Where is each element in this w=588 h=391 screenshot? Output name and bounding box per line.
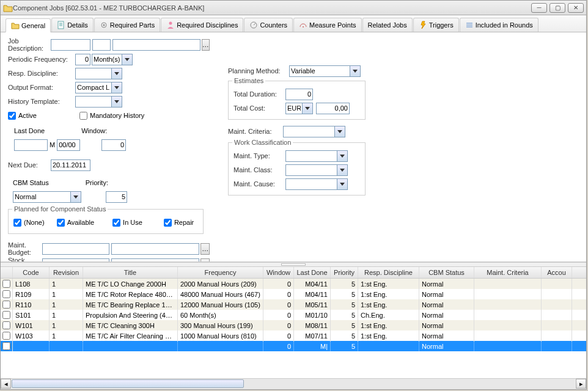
column-header[interactable]: CBM Status [419,267,474,278]
row-checkbox[interactable] [1,279,13,289]
available-checkbox[interactable]: Available [57,219,94,227]
total-cost-input[interactable] [316,103,350,114]
row-checkbox[interactable] [1,341,13,351]
stock-budget-browse-button[interactable]: … [200,258,210,263]
column-header[interactable]: Frequency [178,267,263,278]
maint-budget-code-input[interactable] [42,243,109,255]
dropdown-button[interactable] [303,103,313,114]
history-template-select[interactable] [75,96,112,108]
periodic-freq-unit-select[interactable] [92,54,122,65]
output-format-select[interactable] [75,82,112,93]
row-checkbox[interactable] [1,289,13,299]
table-row[interactable]: L1081ME T/C LO Change 2000H2000 Manual H… [1,279,586,289]
tab-triggers[interactable]: Triggers [413,18,459,32]
dropdown-button[interactable] [122,54,133,65]
stock-budget-desc-input[interactable] [111,258,199,263]
column-header[interactable]: Accou [542,267,572,278]
row-checkbox[interactable] [1,299,13,310]
column-header[interactable]: Priority [331,267,358,278]
tab-counters[interactable]: Counters [244,18,293,32]
dropdown-button[interactable] [350,65,361,77]
tab-required-disciplines[interactable]: Required Disciplines [161,18,243,32]
dropdown-button[interactable] [337,150,348,162]
in-use-checkbox[interactable]: In Use [112,219,142,227]
row-checkbox[interactable] [1,331,13,341]
mandatory-history-checkbox[interactable]: Mandatory History [79,112,144,120]
column-header[interactable]: Title [83,267,178,278]
dropdown-button[interactable] [112,68,122,79]
resp-discipline-select[interactable] [75,68,112,79]
table-row[interactable]: W1011ME T/C Cleaning 300H300 Manual Hour… [1,320,586,331]
cell-disc[interactable] [358,341,419,352]
maint-budget-desc-input[interactable] [111,243,199,255]
minimize-button[interactable]: ─ [531,3,547,13]
column-header[interactable] [1,267,13,278]
tab-measure-points[interactable]: Measure Points [293,18,361,32]
cell-crit[interactable] [474,341,542,352]
repair-checkbox[interactable]: Repair [164,219,194,227]
priority-input[interactable] [106,191,127,203]
last-done-input[interactable] [14,139,48,151]
dropdown-button[interactable] [112,82,122,93]
tab-general[interactable]: General [6,18,51,32]
dropdown-button[interactable] [337,178,348,190]
job-desc-title-input[interactable] [112,39,200,51]
next-due-input[interactable] [51,159,90,171]
horizontal-scrollbar[interactable]: ◂ ▸ [1,378,586,389]
dropdown-button[interactable] [71,191,81,203]
cell-prio[interactable]: 5 [331,341,358,352]
job-desc-browse-button[interactable]: … [202,39,210,51]
window-input[interactable] [101,139,126,151]
job-desc-code-input[interactable] [51,39,90,51]
table-row-selected[interactable]: 0M|5Normal [1,341,586,351]
cell-freq[interactable] [178,341,263,352]
column-header[interactable]: Window [263,267,294,278]
currency-select[interactable] [285,103,303,114]
row-checkbox[interactable] [1,310,13,320]
tab-included-in-rounds[interactable]: Included in Rounds [460,18,538,32]
close-button[interactable]: ✕ [568,3,584,13]
splitter[interactable] [1,262,586,267]
planning-method-select[interactable] [289,65,350,77]
column-header[interactable]: Resp. Discipline [358,267,419,278]
maint-cause-select[interactable] [285,178,337,190]
column-header[interactable]: Maint. Criteria [474,267,542,278]
last-done-m-input[interactable] [57,139,80,151]
stock-budget-code-input[interactable] [42,258,109,263]
column-header[interactable]: Revision [50,267,83,278]
maint-type-select[interactable] [285,150,337,162]
dropdown-button[interactable] [112,96,122,108]
titlebar[interactable]: Component Jobs [602.53.01 - ME2 TURBOCHA… [1,1,586,15]
tab-required-parts[interactable]: Required Parts [94,18,160,32]
table-row[interactable]: R1091ME T/C Rotor Replace 48000H48000 Ma… [1,289,586,299]
column-header[interactable]: Code [13,267,50,278]
dropdown-button[interactable] [335,126,345,137]
none-checkbox[interactable]: (None) [13,219,45,227]
scroll-right-button[interactable]: ▸ [576,379,586,389]
table-row[interactable]: S1011Propulsion And Steering (400)60 Mon… [1,310,586,320]
periodic-freq-input[interactable] [75,54,90,65]
cbm-status-select[interactable] [13,191,71,203]
cell-last[interactable]: M| [294,341,331,352]
cell-win[interactable]: 0 [263,341,294,352]
maint-class-select[interactable] [285,164,337,176]
row-checkbox[interactable] [1,320,13,331]
dropdown-button[interactable] [337,164,348,176]
tab-related-jobs[interactable]: Related Jobs [362,18,413,32]
tab-details[interactable]: Details [51,18,94,32]
cell-cbm[interactable]: Normal [419,341,474,352]
maint-budget-browse-button[interactable]: … [200,243,210,255]
table-row[interactable]: W1031ME T/C Air Filter Cleaning 1000H100… [1,331,586,341]
maximize-button[interactable]: ▢ [549,3,565,13]
scrollbar-thumb[interactable] [12,379,244,388]
cell-code[interactable] [13,341,50,352]
total-duration-input[interactable] [285,89,313,100]
cell-title[interactable] [83,341,178,352]
maint-criteria-select[interactable] [283,126,335,137]
table-row[interactable]: R1101ME T/C Bearing Replace 12000H12000 … [1,299,586,310]
scroll-left-button[interactable]: ◂ [1,379,11,389]
cell-rev[interactable] [50,341,83,352]
column-header[interactable]: Last Done [294,267,331,278]
active-checkbox[interactable]: Active [8,112,37,120]
job-desc-rev-input[interactable] [92,39,111,51]
